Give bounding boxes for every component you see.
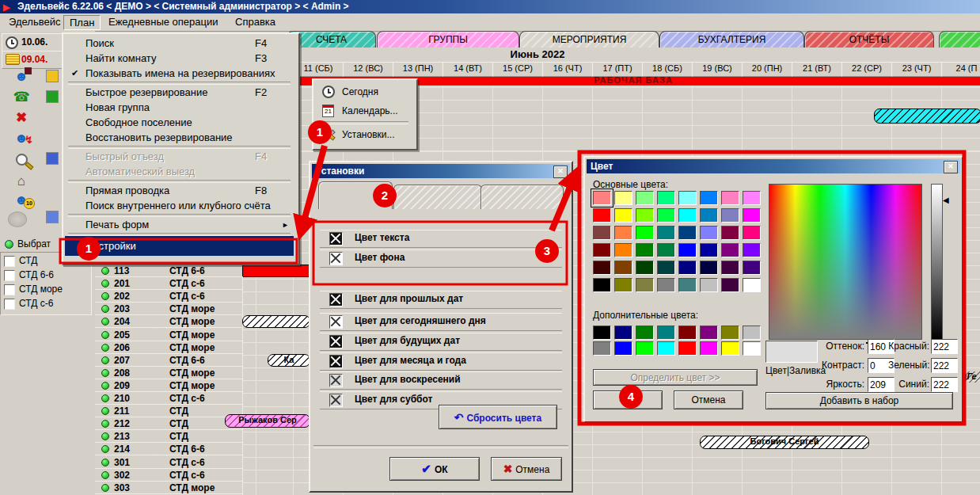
basic-color-swatch[interactable] — [721, 226, 739, 240]
custom-color-swatch[interactable] — [657, 341, 675, 356]
day-cell[interactable]: 24 (П — [941, 62, 980, 77]
color-swatch-button[interactable] — [329, 315, 343, 329]
basic-color-swatch[interactable] — [721, 261, 739, 275]
custom-color-swatch[interactable] — [614, 341, 632, 356]
basic-color-swatch[interactable] — [700, 208, 718, 223]
reservation-bar[interactable]: Богович Сергей — [700, 436, 869, 449]
basic-color-swatch[interactable] — [636, 191, 654, 205]
settings-cancel-button[interactable]: ✖ Отмена — [491, 457, 562, 481]
reservation-bar[interactable] — [242, 315, 310, 328]
menu-help[interactable]: Справка — [230, 15, 281, 29]
guest-balance-icon[interactable]: ☻10 — [9, 191, 33, 210]
basic-color-swatch[interactable] — [700, 191, 718, 205]
custom-color-swatch[interactable] — [678, 326, 697, 340]
tab-МЕРОПРИЯТИЯ[interactable]: МЕРОПРИЯТИЯ — [519, 31, 659, 48]
basic-color-swatch[interactable] — [614, 261, 632, 275]
add-to-set-button[interactable]: Добавить в набор — [765, 392, 953, 409]
day-cell[interactable]: 20 (ПН) — [742, 62, 792, 77]
room-row[interactable]: 204СТД море — [95, 315, 242, 328]
tab-ОТЧЁТЫ[interactable]: ОТЧЁТЫ — [804, 31, 934, 48]
color-cancel-button[interactable]: Отмена — [674, 390, 743, 409]
day-cell[interactable]: 16 (ЧТ) — [542, 62, 593, 77]
color-setting-row[interactable]: Цвет фона — [320, 249, 562, 268]
basic-color-swatch[interactable] — [657, 191, 675, 205]
search-icon[interactable] — [9, 151, 33, 170]
room-type-option[interactable]: СТД 6-6 — [2, 268, 88, 282]
audit-date-cell[interactable]: 09.04. — [2, 51, 65, 69]
basic-color-swatch[interactable] — [657, 278, 675, 292]
color-swatch-button[interactable] — [329, 394, 343, 407]
checkbox[interactable] — [4, 270, 15, 281]
room-row[interactable]: 205СТД море — [95, 329, 242, 341]
basic-color-swatch[interactable] — [593, 191, 611, 205]
checkbox[interactable] — [4, 299, 15, 310]
menu-daily-operations[interactable]: Ежедневные операции — [103, 15, 224, 29]
color-swatch-button[interactable] — [329, 374, 343, 387]
color-swatch-button[interactable] — [329, 355, 343, 368]
room-row[interactable]: 213СТД — [95, 430, 242, 443]
basic-color-swatch[interactable] — [743, 208, 761, 223]
reservation-bar[interactable]: Рыжаков Сер — [225, 414, 310, 428]
basic-color-swatch[interactable] — [678, 208, 697, 223]
hue-saturation-field[interactable] — [769, 184, 922, 340]
room-row[interactable]: 211СТД — [95, 405, 242, 417]
close-icon[interactable]: ✕ — [944, 161, 958, 173]
basic-color-swatch[interactable] — [657, 243, 675, 257]
color-setting-row[interactable]: Цвет для будущих дат — [320, 333, 562, 351]
menu-edelweiss[interactable]: Эдельвейс — [3, 15, 66, 29]
custom-color-swatch[interactable] — [700, 326, 718, 340]
basic-color-swatch[interactable] — [721, 243, 739, 257]
room-row[interactable]: 212СТД — [95, 417, 242, 430]
field-Красный[interactable] — [931, 339, 958, 354]
day-cell[interactable]: 23 (ЧТ) — [891, 62, 942, 77]
color-swatch-button[interactable] — [329, 252, 343, 265]
basic-color-swatch[interactable] — [636, 226, 654, 240]
day-cell[interactable]: 19 (ВС) — [692, 62, 743, 77]
custom-color-swatch[interactable] — [614, 326, 632, 340]
delete-icon[interactable]: ✖ — [9, 109, 33, 128]
room-row[interactable]: 113СТД 6-6 — [95, 265, 242, 277]
color-swatch-button[interactable] — [329, 335, 343, 348]
custom-color-swatch[interactable] — [593, 341, 611, 356]
custom-color-swatch[interactable] — [657, 326, 675, 340]
menu-item-найти[interactable]: Найти комнатуF3 — [65, 51, 294, 66]
menu-item-показывать[interactable]: ✔Показывать имена на резервированиях — [65, 66, 294, 81]
day-cell[interactable]: 15 (СР) — [492, 62, 543, 77]
tab-extra[interactable] — [939, 31, 980, 48]
day-cell[interactable]: 18 (СБ) — [642, 62, 693, 77]
checkbox[interactable] — [4, 284, 15, 295]
color-swatch-button[interactable] — [329, 293, 343, 307]
guest-icon[interactable]: ☻ — [9, 67, 33, 86]
custom-color-swatch[interactable] — [636, 326, 654, 340]
close-icon[interactable]: ✕ — [553, 166, 568, 178]
room-row[interactable]: 303СТД море — [95, 482, 242, 494]
menu-plan[interactable]: План — [63, 15, 101, 30]
day-cell[interactable]: 11 (СБ) — [293, 62, 344, 77]
custom-color-swatch[interactable] — [678, 341, 697, 356]
day-cell[interactable]: 13 (ПН) — [393, 62, 443, 77]
color-swatch-button[interactable] — [329, 232, 343, 246]
basic-color-swatch[interactable] — [743, 278, 761, 292]
phone-icon[interactable]: ☎ — [9, 88, 33, 107]
tab-фильтр[interactable] — [481, 185, 564, 209]
custom-color-swatch[interactable] — [700, 341, 718, 356]
basic-color-swatch[interactable] — [743, 226, 761, 240]
basic-color-swatch[interactable] — [593, 243, 611, 257]
basic-color-swatch[interactable] — [700, 261, 718, 275]
reservation-bar[interactable] — [874, 109, 980, 124]
basic-color-swatch[interactable] — [700, 278, 718, 292]
reset-colors-button[interactable]: ↶ Сбросить цвета — [439, 405, 557, 429]
room-search-icon[interactable]: ⌂ — [9, 172, 33, 191]
basic-color-swatch[interactable] — [593, 261, 611, 275]
tab-цвета[interactable] — [318, 181, 393, 209]
popup-item-tools[interactable]: Установки... — [315, 125, 412, 144]
tab-ГРУППЫ[interactable]: ГРУППЫ — [377, 31, 519, 48]
reservation-bar[interactable] — [242, 265, 310, 277]
color-setting-row[interactable]: Цвет текста — [320, 230, 562, 248]
color-setting-row[interactable]: Цвет для прошлых дат — [320, 291, 562, 309]
day-cell[interactable]: 14 (ВТ) — [443, 62, 493, 77]
field-Зеленый[interactable] — [931, 358, 958, 373]
room-row[interactable]: 202СТД с-6 — [95, 290, 242, 303]
room-row[interactable]: 209СТД море — [95, 379, 242, 392]
room-row[interactable]: 207СТД 6-6 — [95, 354, 242, 367]
